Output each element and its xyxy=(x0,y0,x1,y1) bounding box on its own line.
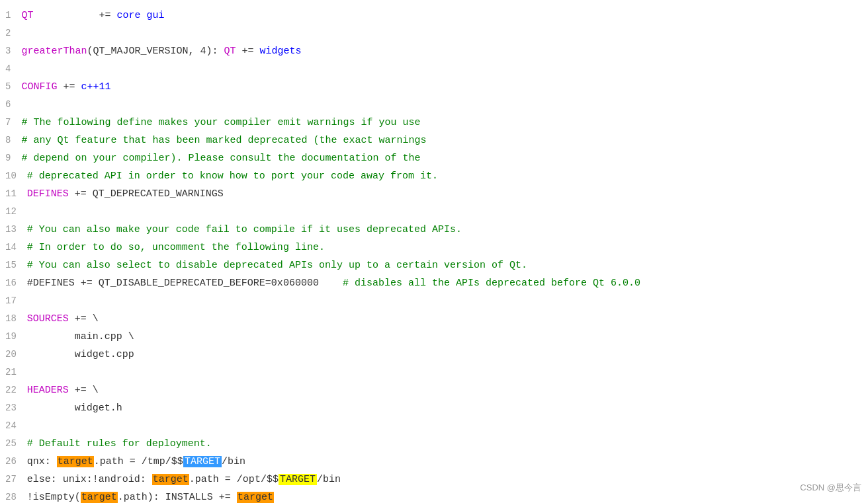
code-line-14: 14 # In order to do so, uncomment the fo… xyxy=(0,239,868,256)
line-content xyxy=(21,61,868,78)
line-content: DEFINES += QT_DEPRECATED_WARNINGS xyxy=(27,186,868,203)
code-editor: 1 QT += core gui 2 3 greaterThan(QT_MAJO… xyxy=(0,0,868,503)
code-line-22: 22 HEADERS += \ xyxy=(0,381,868,399)
line-number: 13 xyxy=(0,221,27,238)
line-content: # deprecated API in order to know how to… xyxy=(27,168,868,185)
line-content: # In order to do so, uncomment the follo… xyxy=(27,239,868,256)
line-content: # You can also select to disable depreca… xyxy=(27,257,868,274)
code-line-12: 12 xyxy=(0,203,868,221)
line-number: 20 xyxy=(0,346,27,363)
line-content: # depend on your compiler). Please consu… xyxy=(21,150,868,167)
line-content: main.cpp \ xyxy=(27,329,868,346)
line-number: 21 xyxy=(0,364,27,381)
line-content: # any Qt feature that has been marked de… xyxy=(21,132,868,149)
line-number: 22 xyxy=(0,381,27,399)
line-number: 1 xyxy=(0,7,21,24)
line-content xyxy=(27,204,868,221)
code-line-28: 28 !isEmpty(target.path): INSTALLS += ta… xyxy=(0,488,868,503)
line-number: 25 xyxy=(0,435,27,452)
line-number: 6 xyxy=(0,96,21,113)
line-content: #DEFINES += QT_DISABLE_DEPRECATED_BEFORE… xyxy=(27,275,868,292)
line-number: 10 xyxy=(0,167,27,184)
code-line-9: 9 # depend on your compiler). Please con… xyxy=(0,149,868,167)
code-line-16: 16 #DEFINES += QT_DISABLE_DEPRECATED_BEF… xyxy=(0,274,868,292)
code-line-24: 24 xyxy=(0,417,868,435)
line-number: 5 xyxy=(0,78,21,95)
code-line-27: 27 else: unix:!android: target.path = /o… xyxy=(0,471,868,488)
code-line-10: 10 # deprecated API in order to know how… xyxy=(0,167,868,185)
line-number: 26 xyxy=(0,453,27,470)
line-content: CONFIG += c++11 xyxy=(21,79,868,96)
code-line-26: 26 qnx: target.path = /tmp/$$TARGET/bin xyxy=(0,453,868,471)
line-content xyxy=(27,418,868,435)
line-content: QT += core gui xyxy=(21,7,868,24)
code-line-15: 15 # You can also select to disable depr… xyxy=(0,256,868,274)
code-line-5: 5 CONFIG += c++11 xyxy=(0,78,868,96)
code-line-3: 3 greaterThan(QT_MAJOR_VERSION, 4): QT +… xyxy=(0,42,868,60)
code-line-19: 19 main.cpp \ xyxy=(0,328,868,346)
line-content: greaterThan(QT_MAJOR_VERSION, 4): QT += … xyxy=(21,43,868,60)
line-content: !isEmpty(target.path): INSTALLS += targe… xyxy=(27,489,868,503)
code-line-1: 1 QT += core gui xyxy=(0,7,868,24)
code-line-4: 4 xyxy=(0,60,868,78)
code-line-23: 23 widget.h xyxy=(0,399,868,417)
line-content xyxy=(21,25,868,42)
code-line-6: 6 xyxy=(0,96,868,114)
line-number: 4 xyxy=(0,60,21,77)
watermark: CSDN @思今言 xyxy=(800,479,861,496)
line-content xyxy=(21,97,868,114)
line-content xyxy=(27,293,868,310)
line-content: # You can also make your code fail to co… xyxy=(27,221,868,239)
line-number: 3 xyxy=(0,42,21,59)
code-line-13: 13 # You can also make your code fail to… xyxy=(0,221,868,239)
line-number: 14 xyxy=(0,239,27,256)
code-line-11: 11 DEFINES += QT_DEPRECATED_WARNINGS xyxy=(0,185,868,203)
line-number: 2 xyxy=(0,24,21,42)
line-content: widget.cpp xyxy=(27,346,868,364)
line-number: 24 xyxy=(0,417,27,434)
line-content: # The following define makes your compil… xyxy=(21,114,868,132)
code-line-20: 20 widget.cpp xyxy=(0,346,868,364)
code-line-7: 7 # The following define makes your comp… xyxy=(0,114,868,132)
line-number: 23 xyxy=(0,399,27,416)
line-number: 15 xyxy=(0,256,27,274)
line-number: 18 xyxy=(0,310,27,327)
line-content: # Default rules for deployment. xyxy=(27,436,868,453)
line-number: 27 xyxy=(0,471,27,488)
code-line-17: 17 xyxy=(0,292,868,310)
code-line-8: 8 # any Qt feature that has been marked … xyxy=(0,132,868,149)
line-content xyxy=(27,364,868,381)
line-content: widget.h xyxy=(27,400,868,417)
line-number: 19 xyxy=(0,328,27,345)
line-content: SOURCES += \ xyxy=(27,311,868,328)
line-number: 7 xyxy=(0,114,21,131)
line-content: HEADERS += \ xyxy=(27,382,868,399)
line-number: 11 xyxy=(0,185,27,202)
line-number: 16 xyxy=(0,274,27,291)
line-number: 17 xyxy=(0,292,27,309)
code-line-25: 25 # Default rules for deployment. xyxy=(0,435,868,453)
code-line-2: 2 xyxy=(0,24,868,42)
line-content: else: unix:!android: target.path = /opt/… xyxy=(27,471,868,488)
line-number: 12 xyxy=(0,203,27,220)
line-content: qnx: target.path = /tmp/$$TARGET/bin xyxy=(27,453,868,471)
line-number: 8 xyxy=(0,132,21,149)
code-line-21: 21 xyxy=(0,364,868,381)
line-number: 28 xyxy=(0,488,27,503)
code-line-18: 18 SOURCES += \ xyxy=(0,310,868,328)
line-number: 9 xyxy=(0,149,21,167)
